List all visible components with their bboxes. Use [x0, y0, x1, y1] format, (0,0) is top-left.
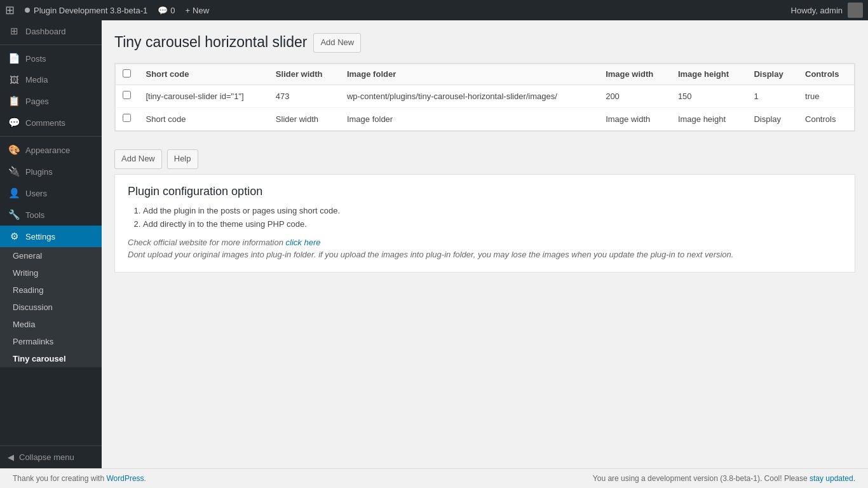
official-text: Check official website for more informat…: [128, 238, 283, 247]
comments-icon: 💬: [8, 117, 20, 128]
submenu-writing[interactable]: Writing: [0, 264, 102, 281]
table-row: [tiny-carousel-slider id="1"] 473 wp-con…: [116, 85, 855, 107]
sidebar-item-plugins[interactable]: 🔌 Plugins: [0, 161, 102, 182]
content-wrap: Tiny carousel horizontal slider Add New …: [114, 33, 855, 273]
stay-updated-link[interactable]: stay updated.: [810, 474, 855, 483]
settings-submenu: General Writing Reading Discussion Media…: [0, 247, 102, 367]
table-row-empty: Short code Slider width Image folder Ima…: [116, 107, 855, 130]
bottom-row-checkbox[interactable]: [123, 114, 131, 122]
page-title-area: Tiny carousel horizontal slider Add New: [114, 33, 855, 53]
site-name[interactable]: Plugin Development 3.8-beta-1: [25, 6, 147, 15]
tools-label: Tools: [25, 210, 44, 220]
submenu-media[interactable]: Media: [0, 316, 102, 333]
row-slider-width: 473: [268, 85, 339, 107]
data-table: Short code Slider width Image folder Ima…: [115, 64, 855, 131]
header-display: Display: [746, 64, 797, 85]
comments-link[interactable]: 💬 0: [158, 6, 175, 15]
select-all-checkbox[interactable]: [123, 69, 131, 78]
page-title: Tiny carousel horizontal slider: [114, 33, 307, 52]
add-new-header-button[interactable]: Add New: [313, 33, 361, 53]
comments-count: 0: [170, 6, 175, 15]
site-status-dot: [25, 8, 30, 13]
submenu-reading[interactable]: Reading: [0, 281, 102, 299]
header-shortcode: Short code: [139, 64, 268, 85]
header-checkbox-col: [116, 64, 139, 85]
bottom-shortcode: Short code: [139, 107, 268, 130]
bottom-controls: Controls: [797, 107, 854, 130]
submenu-tiny-carousel[interactable]: Tiny carousel: [0, 350, 102, 367]
submenu-permalinks[interactable]: Permalinks: [0, 333, 102, 350]
posts-label: Posts: [25, 54, 46, 64]
pages-label: Pages: [25, 97, 49, 106]
table-nav-buttons: Add New Help: [114, 144, 855, 174]
avatar[interactable]: [848, 3, 863, 18]
official-website-notice: Check official website for more informat…: [128, 238, 842, 247]
sidebar-item-users[interactable]: 👤 Users: [0, 182, 102, 204]
footer: Thank you for creating with WordPress. Y…: [0, 468, 868, 488]
plugin-config-list: Add the plugin in the posts or pages usi…: [143, 206, 842, 229]
sidebar-item-label: Dashboard: [25, 27, 66, 36]
bottom-image-height: Image height: [670, 107, 747, 130]
bottom-display: Display: [746, 107, 797, 130]
new-label: New: [193, 6, 209, 15]
sidebar-item-posts[interactable]: 📄 Posts: [0, 48, 102, 69]
sidebar-item-tools[interactable]: 🔧 Tools: [0, 204, 102, 226]
row-checkbox[interactable]: [123, 91, 131, 99]
sidebar-item-comments[interactable]: 💬 Comments: [0, 112, 102, 133]
click-here-link[interactable]: click here: [286, 238, 321, 247]
plugins-label: Plugins: [25, 167, 53, 177]
wp-logo-icon[interactable]: ⊞: [5, 3, 15, 17]
tools-icon: 🔧: [8, 209, 20, 220]
row-shortcode: [tiny-carousel-slider id="1"]: [139, 85, 268, 107]
submenu-general[interactable]: General: [0, 247, 102, 264]
sidebar-item-appearance[interactable]: 🎨 Appearance: [0, 139, 102, 161]
admin-bar: ⊞ Plugin Development 3.8-beta-1 💬 0 + Ne…: [0, 0, 868, 20]
comments-icon: 💬: [158, 6, 168, 15]
users-icon: 👤: [8, 187, 20, 199]
wordpress-link[interactable]: WordPress: [106, 474, 144, 483]
plugin-config-option-1: Add the plugin in the posts or pages usi…: [143, 206, 842, 215]
main-content: Tiny carousel horizontal slider Add New …: [102, 20, 868, 468]
appearance-label: Appearance: [25, 146, 70, 155]
footer-right: You are using a development version (3.8…: [593, 474, 855, 483]
dashboard-icon: ⊞: [8, 25, 20, 37]
menu-separator-2: [0, 136, 102, 137]
plugin-config-title: Plugin configuration option: [128, 185, 842, 198]
pages-icon: 📋: [8, 95, 20, 107]
row-image-folder: wp-content/plugins/tiny-carousel-horizon…: [339, 85, 598, 107]
appearance-icon: 🎨: [8, 144, 20, 156]
posts-icon: 📄: [8, 53, 20, 64]
media-icon: 🖼: [8, 74, 20, 85]
submenu-discussion[interactable]: Discussion: [0, 299, 102, 316]
sidebar-item-dashboard[interactable]: ⊞ Dashboard: [0, 20, 102, 42]
plugin-config-option-2: Add directly in to the theme using PHP c…: [143, 219, 842, 229]
footer-left-text: Thank you for creating with: [13, 474, 104, 483]
add-new-button[interactable]: Add New: [114, 149, 162, 169]
footer-right-text: You are using a development version (3.8…: [593, 474, 808, 483]
sidebar-item-pages[interactable]: 📋 Pages: [0, 90, 102, 112]
collapse-menu-button[interactable]: ◀ Collapse menu: [0, 445, 102, 468]
bottom-image-folder: Image folder: [339, 107, 598, 130]
bottom-slider-width: Slider width: [268, 107, 339, 130]
upload-warning: Dont upload your original images into pl…: [128, 250, 842, 259]
media-label: Media: [25, 75, 48, 85]
table-header-row: Short code Slider width Image folder Ima…: [116, 64, 855, 85]
new-link[interactable]: + New: [185, 6, 209, 15]
sidebar-item-settings[interactable]: ⚙ Settings: [0, 226, 102, 247]
sidebar: ⊞ Dashboard 📄 Posts 🖼 Media 📋 Pages 💬 Co…: [0, 20, 102, 468]
row-image-width: 200: [598, 85, 670, 107]
header-image-folder: Image folder: [339, 64, 598, 85]
header-slider-width: Slider width: [268, 64, 339, 85]
collapse-label: Collapse menu: [19, 452, 74, 462]
row-controls: true: [797, 85, 854, 107]
menu-separator: [0, 44, 102, 45]
header-controls: Controls: [797, 64, 854, 85]
help-button[interactable]: Help: [167, 149, 198, 169]
collapse-icon: ◀: [8, 452, 14, 462]
sidebar-item-media[interactable]: 🖼 Media: [0, 69, 102, 90]
site-name-label: Plugin Development 3.8-beta-1: [34, 6, 147, 15]
comments-label: Comments: [25, 118, 65, 128]
footer-left: Thank you for creating with WordPress.: [13, 474, 146, 483]
new-plus-icon: +: [185, 6, 190, 15]
header-image-width: Image width: [598, 64, 670, 85]
